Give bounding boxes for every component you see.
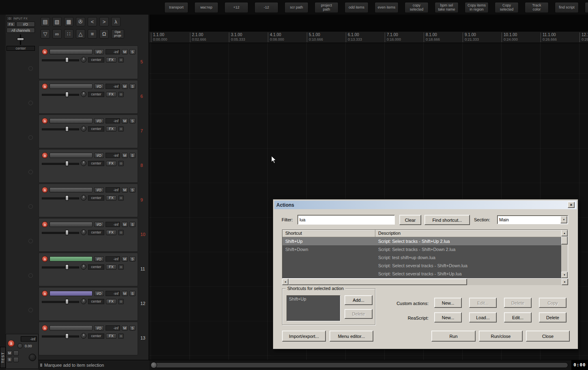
track-panel[interactable]: aI/O-infMScenterFX⊙8 (39, 149, 138, 183)
track-io-button[interactable]: I/O (94, 187, 104, 193)
track-mute-button[interactable]: M (122, 256, 128, 262)
track-pan-knob[interactable] (81, 57, 86, 63)
h-scroll-thumb[interactable] (289, 279, 467, 285)
dialog-titlebar[interactable]: Actions × (274, 201, 577, 209)
ruler[interactable]: 1.1.000:00.0002.1.000:02.6663.1.000:05.3… (149, 32, 588, 43)
arrange-hscrollbar[interactable] (149, 360, 571, 370)
power-icon[interactable]: ⊙ (6, 16, 13, 21)
envelope-knob[interactable] (28, 135, 33, 140)
toolbar-scr-path-button[interactable]: scr path (284, 2, 308, 13)
fader-thumb[interactable] (65, 57, 69, 63)
track-solo-button[interactable]: S (129, 118, 136, 123)
track-mute-button[interactable]: M (122, 187, 128, 193)
open-project-tab-button[interactable]: Ope proje (111, 29, 124, 39)
track-volume-fader[interactable] (42, 230, 79, 235)
track-solo-button[interactable]: S (129, 49, 136, 54)
fader-thumb[interactable] (65, 299, 69, 304)
h-scroll-track[interactable] (289, 279, 562, 285)
track-solo-button[interactable]: S (129, 222, 136, 227)
master-env-icon[interactable] (13, 357, 19, 362)
track-fx-enable-icon[interactable]: ⊙ (118, 333, 124, 339)
track-solo-button[interactable]: S (129, 187, 136, 193)
track-fx-button[interactable]: FX (106, 299, 116, 304)
record-arm-button[interactable]: a (42, 83, 48, 89)
track-panel[interactable]: aI/O-infMScenterFX⊙7 (39, 115, 138, 148)
track-pan-knob[interactable] (81, 333, 86, 339)
track-io-button[interactable]: I/O (94, 118, 104, 123)
record-arm-button[interactable]: a (42, 118, 48, 124)
track-name-strip[interactable] (50, 49, 93, 54)
toolbar-copy-selected-button[interactable]: copy selected (405, 2, 429, 13)
reascript-edit-button[interactable]: Edit... (504, 312, 532, 322)
track-fx-enable-icon[interactable]: ⊙ (118, 264, 124, 270)
shortcut-listbox[interactable]: Shift+Up (286, 295, 340, 321)
action-list-hscrollbar[interactable]: ◄ ► (282, 279, 568, 285)
track-volume-fader[interactable] (42, 57, 79, 63)
grid-icon[interactable]: ∷ (64, 29, 73, 39)
reascript-new-button[interactable]: New... (434, 312, 462, 322)
track-solo-button[interactable]: S (129, 153, 136, 158)
fader-thumb[interactable] (65, 195, 69, 201)
track-name-strip[interactable] (50, 256, 93, 262)
track-io-button[interactable]: I/O (94, 291, 104, 296)
track-volume-fader[interactable] (42, 195, 79, 201)
envelope-knob[interactable] (28, 204, 33, 209)
action-row[interactable]: Script: Select several tracks - Shift+Do… (282, 262, 561, 270)
envelope-knob[interactable] (28, 66, 33, 71)
scroll-right-icon[interactable]: ► (562, 279, 568, 285)
action-row[interactable]: Shift+UpScript: Select tracks - Shift+Up… (282, 237, 561, 245)
run-button[interactable]: Run (431, 331, 476, 342)
master-pan-value[interactable]: center (6, 46, 35, 51)
toolbar-track-color-button[interactable]: Track color (525, 2, 549, 13)
track-panel[interactable]: aI/O-infMScenterFX⊙13 (39, 322, 138, 355)
toolbar-project-path-button[interactable]: project path (314, 2, 338, 13)
track-volume-fader[interactable] (42, 264, 79, 270)
track-name-strip[interactable] (50, 291, 93, 296)
reascript-delete-button[interactable]: Delete (539, 312, 566, 322)
track-io-button[interactable]: I/O (94, 84, 104, 89)
toolbar-set-rate-button[interactable]: Set rate (585, 2, 588, 13)
custom-action-new-button[interactable]: New... (434, 298, 462, 308)
track-panel[interactable]: aI/O-infMScenterFX⊙10 (39, 218, 138, 252)
toolbar-button-1-button[interactable]: мастер (194, 2, 218, 13)
scroll-up-icon[interactable]: ▲ (561, 230, 568, 236)
master-record-arm-button[interactable]: a (8, 340, 15, 347)
envelope-knob[interactable] (28, 273, 33, 278)
record-arm-button[interactable]: a (42, 325, 48, 331)
track-panel[interactable]: aI/O-infMScenterFX⊙5 (39, 45, 138, 79)
action-row[interactable]: Script: test shift+up down.lua (282, 253, 561, 262)
toolbar-12-button[interactable]: -12 (254, 2, 278, 13)
chevron-down-icon[interactable]: ▼ (560, 216, 567, 223)
track-fx-enable-icon[interactable]: ⊙ (118, 126, 124, 132)
track-volume-fader[interactable] (42, 126, 79, 132)
shortcut-list-item[interactable]: Shift+Up (287, 296, 340, 302)
link-icon[interactable]: ∞ (52, 29, 62, 39)
track-pan-knob[interactable] (81, 229, 86, 235)
toolbar-transport-button[interactable]: transport (164, 2, 188, 13)
record-arm-button[interactable]: a (42, 290, 48, 296)
track-fx-button[interactable]: FX (106, 126, 116, 132)
record-arm-button[interactable]: a (42, 221, 48, 227)
track-io-button[interactable]: I/O (94, 153, 104, 158)
all-channels-button[interactable]: All channels (6, 28, 35, 33)
master-mute-button[interactable]: M (7, 351, 12, 356)
track-mute-button[interactable]: M (122, 222, 128, 227)
fader-thumb[interactable] (65, 161, 69, 166)
track-volume-fader[interactable] (42, 333, 79, 339)
track-solo-button[interactable]: S (129, 291, 136, 296)
action-list-vscrollbar[interactable]: ▲ ▼ (561, 230, 568, 278)
fader-thumb[interactable] (65, 230, 69, 235)
v-scroll-thumb[interactable] (561, 236, 568, 245)
track-fx-button[interactable]: FX (106, 333, 116, 339)
track-mute-button[interactable]: M (122, 49, 128, 54)
track-fx-button[interactable]: FX (106, 161, 116, 166)
track-volume-fader[interactable] (42, 299, 79, 304)
master-width-knob[interactable] (29, 354, 36, 361)
track-io-button[interactable]: I/O (94, 325, 104, 331)
track-fx-button[interactable]: FX (106, 264, 116, 270)
scroll-down-icon[interactable]: ▼ (561, 272, 568, 278)
action-row[interactable]: Script: Select several tracks - Shift+Up… (282, 270, 561, 278)
arrange-hscroll-zoom-knob[interactable] (151, 362, 157, 368)
track-panel[interactable]: aI/O-infMScenterFX⊙11 (39, 253, 138, 286)
track-pan-knob[interactable] (81, 160, 86, 166)
